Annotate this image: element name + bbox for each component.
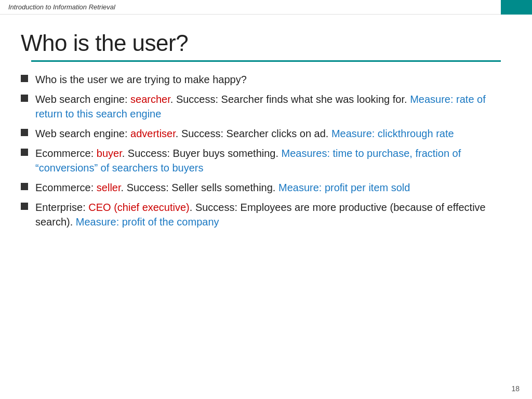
bullet-text: Ecommerce: seller. Success: Seller sells…	[35, 180, 511, 195]
list-item: Ecommerce: seller. Success: Seller sells…	[21, 180, 511, 195]
slide-title: Who is the user?	[21, 30, 511, 56]
bullet-normal-text: Web search engine:	[35, 94, 130, 105]
bullet-normal-text: . Success: Searcher finds what she was l…	[170, 94, 410, 105]
list-item: Web search engine: searcher. Success: Se…	[21, 92, 511, 121]
bullet-red-text: buyer	[97, 148, 122, 159]
bullet-icon	[21, 149, 28, 156]
list-item: Who is the user we are trying to make ha…	[21, 72, 511, 87]
list-item: Web search engine: advertiser. Success: …	[21, 126, 511, 141]
bullet-normal-text: . Success: Searcher clicks on ad.	[176, 128, 331, 139]
bullet-icon	[21, 203, 28, 210]
header-bar: Introduction to Information Retrieval	[0, 0, 532, 15]
bullet-blue-text: Measure: profit of the company	[76, 216, 219, 228]
bullet-normal-text: Ecommerce:	[35, 148, 97, 159]
bullet-icon	[21, 75, 28, 82]
header-title: Introduction to Information Retrieval	[0, 3, 501, 11]
bullet-text: Who is the user we are trying to make ha…	[35, 72, 511, 87]
bullet-list: Who is the user we are trying to make ha…	[21, 72, 511, 229]
title-underline	[31, 60, 501, 62]
list-item: Enterprise: CEO (chief executive). Succe…	[21, 200, 511, 229]
page-number: 18	[511, 384, 520, 393]
bullet-normal-text: Who is the user we are trying to make ha…	[35, 74, 247, 85]
bullet-red-text: seller	[97, 182, 121, 193]
bullet-icon	[21, 129, 28, 136]
slide-content: Who is the user? Who is the user we are …	[0, 15, 532, 245]
bullet-icon	[21, 183, 28, 190]
bullet-normal-text: Ecommerce:	[35, 182, 97, 193]
bullet-normal-text: Web search engine:	[35, 128, 130, 139]
bullet-text: Ecommerce: buyer. Success: Buyer buys so…	[35, 146, 511, 175]
list-item: Ecommerce: buyer. Success: Buyer buys so…	[21, 146, 511, 175]
bullet-normal-text: . Success: Seller sells something.	[121, 182, 278, 193]
bullet-icon	[21, 95, 28, 102]
bullet-red-text: searcher	[130, 94, 170, 105]
bullet-text: Enterprise: CEO (chief executive). Succe…	[35, 200, 511, 229]
bullet-text: Web search engine: searcher. Success: Se…	[35, 92, 511, 121]
bullet-red-text: CEO (chief executive)	[88, 202, 190, 213]
bullet-red-text: advertiser	[130, 128, 176, 139]
bullet-text: Web search engine: advertiser. Success: …	[35, 126, 511, 141]
header-accent	[501, 0, 532, 15]
bullet-normal-text: . Success: Buyer buys something.	[122, 148, 282, 159]
bullet-blue-text: Measure: profit per item sold	[278, 182, 410, 193]
bullet-normal-text: Enterprise:	[35, 202, 88, 213]
bullet-blue-text: Measure: clickthrough rate	[331, 128, 454, 139]
